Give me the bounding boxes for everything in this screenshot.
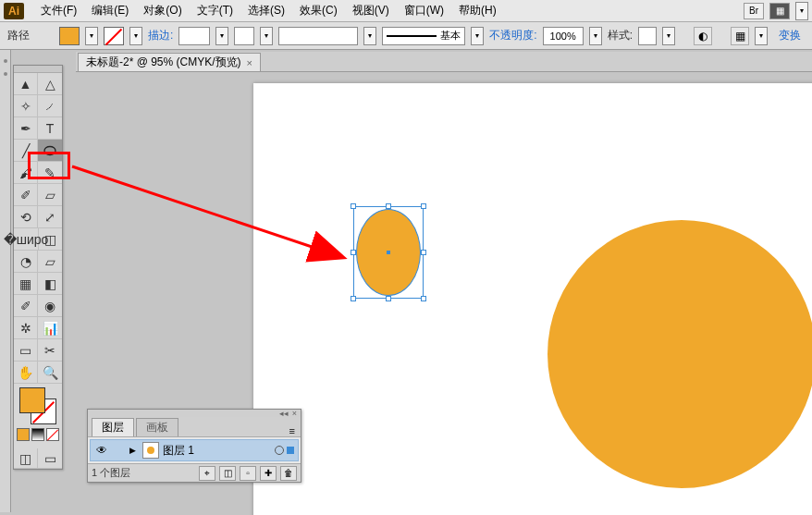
tab-layers[interactable]: 图层 bbox=[92, 418, 134, 436]
opacity-input[interactable]: 100% bbox=[543, 27, 584, 45]
make-clip-icon[interactable]: ◫ bbox=[219, 466, 236, 481]
menu-view[interactable]: 视图(V) bbox=[345, 3, 397, 18]
large-circle-shape[interactable] bbox=[547, 220, 812, 488]
selection-tool[interactable]: ▲ bbox=[14, 73, 38, 95]
align-icon[interactable]: ▦ bbox=[731, 27, 749, 45]
lasso-tool[interactable]: ⟋ bbox=[38, 95, 62, 117]
pen-tool[interactable]: ✒ bbox=[14, 117, 38, 140]
free-transform-tool[interactable]: ◫ bbox=[39, 228, 62, 251]
brush-def-input[interactable] bbox=[278, 27, 358, 45]
document-tab-title: 未标题-2* @ 95% (CMYK/预览) bbox=[86, 55, 241, 70]
transform-link[interactable]: 变换 bbox=[779, 28, 801, 43]
bridge-button[interactable]: Br bbox=[744, 3, 764, 19]
stroke-weight-dropdown[interactable]: ▾ bbox=[215, 27, 228, 45]
resize-handle-mr[interactable] bbox=[421, 250, 426, 255]
tab-artboards[interactable]: 画板 bbox=[136, 418, 178, 436]
zoom-tool[interactable]: 🔍 bbox=[38, 362, 62, 384]
line-tool[interactable]: ╱ bbox=[14, 140, 38, 162]
graphic-style-swatch[interactable] bbox=[638, 27, 657, 45]
resize-handle-bm[interactable] bbox=[386, 296, 391, 301]
brush-dropdown[interactable]: ▾ bbox=[363, 27, 376, 45]
stroke-profile[interactable]: 基本 bbox=[382, 27, 465, 45]
menu-edit[interactable]: 编辑(E) bbox=[84, 3, 136, 18]
menu-help[interactable]: 帮助(H) bbox=[451, 3, 504, 18]
eyedropper-tool[interactable]: ✐ bbox=[14, 295, 38, 317]
selected-ellipse-group[interactable] bbox=[353, 206, 424, 299]
menu-object[interactable]: 对象(O) bbox=[136, 3, 189, 18]
resize-handle-ml[interactable] bbox=[351, 250, 356, 255]
panel-menu-icon[interactable]: ≡ bbox=[284, 425, 301, 436]
recolor-icon[interactable]: ◐ bbox=[694, 27, 712, 45]
scale-tool[interactable]: ⤢ bbox=[38, 206, 62, 228]
gradient-tool[interactable]: ◧ bbox=[38, 273, 62, 295]
blend-tool[interactable]: ◉ bbox=[38, 295, 62, 317]
artboard-tool[interactable]: ▭ bbox=[14, 339, 38, 362]
layer-name-label[interactable]: 图层 1 bbox=[163, 443, 271, 459]
panel-grip[interactable]: ◂◂ × bbox=[88, 410, 301, 417]
stroke-swatch[interactable] bbox=[104, 27, 124, 45]
layer-row-1[interactable]: 👁 ▶ 图层 1 bbox=[90, 439, 299, 461]
resize-handle-tr[interactable] bbox=[421, 203, 426, 209]
profile-dropdown[interactable]: ▾ bbox=[471, 27, 484, 45]
slice-tool[interactable]: ✂ bbox=[38, 339, 62, 362]
menu-select[interactable]: 选择(S) bbox=[240, 3, 292, 18]
menu-type[interactable]: 文字(T) bbox=[190, 3, 240, 18]
resize-handle-bl[interactable] bbox=[351, 296, 356, 301]
direct-selection-tool[interactable]: △ bbox=[38, 73, 62, 95]
pencil-tool[interactable]: ✎ bbox=[38, 162, 62, 184]
align-dropdown[interactable]: ▾ bbox=[755, 27, 768, 45]
variable-width-input[interactable] bbox=[234, 27, 254, 45]
fill-proxy[interactable] bbox=[19, 387, 45, 413]
delete-layer-icon[interactable]: 🗑 bbox=[280, 466, 297, 481]
opacity-dropdown[interactable]: ▾ bbox=[589, 27, 602, 45]
stroke-dropdown[interactable]: ▾ bbox=[129, 27, 142, 45]
close-tab-icon[interactable]: × bbox=[247, 57, 252, 68]
fill-dropdown[interactable]: ▾ bbox=[85, 27, 98, 45]
arrange-docs-button[interactable]: ▦ bbox=[769, 3, 790, 19]
color-mode-gradient[interactable] bbox=[31, 428, 44, 441]
perspective-tool[interactable]: ▱ bbox=[38, 251, 62, 273]
rotate-tool[interactable]: ⟲ bbox=[14, 206, 38, 228]
type-tool[interactable]: T bbox=[38, 117, 62, 140]
draw-mode-button[interactable]: ◫ bbox=[14, 448, 38, 469]
visibility-toggle-icon[interactable]: 👁 bbox=[94, 444, 109, 457]
menu-effect[interactable]: 效果(C) bbox=[292, 3, 345, 18]
width-tool[interactable]: �широ bbox=[14, 228, 39, 251]
stroke-weight-input[interactable] bbox=[178, 27, 210, 45]
panel-close-icon[interactable]: × bbox=[292, 409, 297, 418]
hand-tool[interactable]: ✋ bbox=[14, 362, 38, 384]
target-icon[interactable] bbox=[275, 446, 284, 455]
resize-handle-br[interactable] bbox=[421, 296, 426, 301]
resize-handle-tl[interactable] bbox=[351, 203, 356, 209]
opacity-label[interactable]: 不透明度: bbox=[489, 28, 536, 43]
style-dropdown[interactable]: ▾ bbox=[662, 27, 675, 45]
toolbox-grip[interactable] bbox=[14, 66, 62, 73]
screen-mode-button[interactable]: ▭ bbox=[38, 448, 62, 469]
eraser-tool[interactable]: ▱ bbox=[38, 184, 62, 206]
color-mode-solid[interactable] bbox=[17, 428, 30, 441]
resize-handle-tm[interactable] bbox=[386, 203, 391, 209]
ellipse-tool[interactable] bbox=[38, 140, 62, 162]
magic-wand-tool[interactable]: ✧ bbox=[14, 95, 38, 117]
stroke-label[interactable]: 描边: bbox=[148, 28, 173, 43]
graph-tool[interactable]: 📊 bbox=[38, 317, 62, 339]
shape-builder-tool[interactable]: ◔ bbox=[14, 251, 38, 273]
new-sublayer-icon[interactable]: ▫ bbox=[240, 466, 256, 481]
mesh-tool[interactable]: ▦ bbox=[14, 273, 38, 295]
blob-brush-tool[interactable]: ✐ bbox=[14, 184, 38, 206]
variable-width-dropdown[interactable]: ▾ bbox=[260, 27, 273, 45]
arrange-dropdown[interactable]: ▾ bbox=[795, 2, 808, 20]
toolbox-panel: ▲ △ ✧ ⟋ ✒ T ╱ 🖌 ✎ ✐ ▱ ⟲ ⤢ �широ ◫ ◔ ▱ ▦ … bbox=[13, 65, 63, 470]
new-layer-icon[interactable]: ✚ bbox=[260, 466, 277, 481]
fill-swatch[interactable] bbox=[59, 27, 80, 45]
color-mode-none[interactable] bbox=[46, 428, 59, 441]
left-dock-strip[interactable] bbox=[0, 50, 11, 512]
panel-collapse-icon[interactable]: ◂◂ bbox=[279, 409, 289, 418]
locate-object-icon[interactable]: ⌖ bbox=[199, 466, 215, 481]
paintbrush-tool[interactable]: 🖌 bbox=[14, 162, 38, 184]
menu-file[interactable]: 文件(F) bbox=[33, 3, 84, 18]
symbol-sprayer-tool[interactable]: ✲ bbox=[14, 317, 38, 339]
document-tab[interactable]: 未标题-2* @ 95% (CMYK/预览) × bbox=[78, 53, 261, 71]
disclosure-triangle-icon[interactable]: ▶ bbox=[129, 446, 139, 455]
menu-window[interactable]: 窗口(W) bbox=[397, 3, 451, 18]
